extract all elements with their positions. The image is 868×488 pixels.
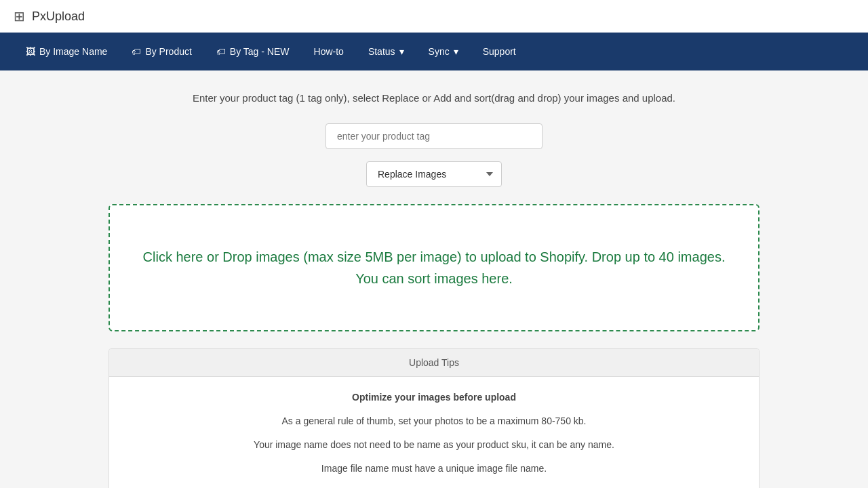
- image-icon: 🖼: [26, 46, 35, 57]
- tip-2: As a general rule of thumb, set your pho…: [136, 414, 732, 428]
- drop-zone[interactable]: Click here or Drop images (max size 5MB …: [108, 204, 760, 331]
- nav-item-sync[interactable]: Sync ▾: [416, 33, 471, 70]
- tip-4: Image file name must have a unique image…: [136, 462, 732, 476]
- tips-header: Upload Tips: [109, 349, 759, 377]
- nav-item-by-tag-new[interactable]: 🏷 By Tag - NEW: [204, 33, 302, 70]
- nav-label-status: Status: [368, 46, 395, 57]
- nav-label-by-image-name: By Image Name: [39, 46, 107, 57]
- drop-zone-text: Click here or Drop images (max size 5MB …: [137, 246, 731, 289]
- main-content: Enter your product tag (1 tag only), sel…: [95, 70, 773, 488]
- upload-tips: Upload Tips Optimize your images before …: [108, 348, 760, 489]
- sync-dropdown-icon: ▾: [454, 46, 458, 57]
- tip-1-bold: Optimize your images before upload: [352, 392, 516, 403]
- tips-body: Optimize your images before upload As a …: [109, 377, 759, 489]
- nav-bar: 🖼 By Image Name 🏷 By Product 🏷 By Tag - …: [0, 33, 868, 70]
- action-select[interactable]: Replace Images Add Images: [366, 161, 502, 187]
- nav-item-status[interactable]: Status ▾: [356, 33, 416, 70]
- status-dropdown-icon: ▾: [399, 46, 404, 57]
- product-icon: 🏷: [132, 46, 141, 57]
- nav-label-how-to: How-to: [314, 46, 344, 57]
- top-bar: ⊞ PxUpload: [0, 0, 868, 33]
- tag-input[interactable]: [326, 123, 542, 149]
- tag-icon: 🏷: [216, 46, 226, 57]
- select-container: Replace Images Add Images: [108, 161, 760, 187]
- nav-label-sync: Sync: [429, 46, 450, 57]
- tip-1: Optimize your images before upload: [136, 390, 732, 405]
- nav-item-by-image-name[interactable]: 🖼 By Image Name: [14, 33, 119, 70]
- nav-item-by-product[interactable]: 🏷 By Product: [119, 33, 203, 70]
- nav-item-support[interactable]: Support: [471, 33, 528, 70]
- nav-label-by-product: By Product: [145, 46, 191, 57]
- nav-label-by-tag-new: By Tag - NEW: [230, 46, 290, 57]
- tip-5: Please let us know if you have any quest…: [136, 485, 732, 489]
- instruction-text: Enter your product tag (1 tag only), sel…: [108, 91, 760, 106]
- tip-3: Your image name does not need to be name…: [136, 438, 732, 452]
- nav-label-support: Support: [483, 46, 516, 57]
- nav-item-how-to[interactable]: How-to: [302, 33, 356, 70]
- logo-text: PxUpload: [32, 9, 85, 24]
- tag-input-container: [108, 123, 760, 149]
- logo-icon: ⊞: [14, 8, 25, 24]
